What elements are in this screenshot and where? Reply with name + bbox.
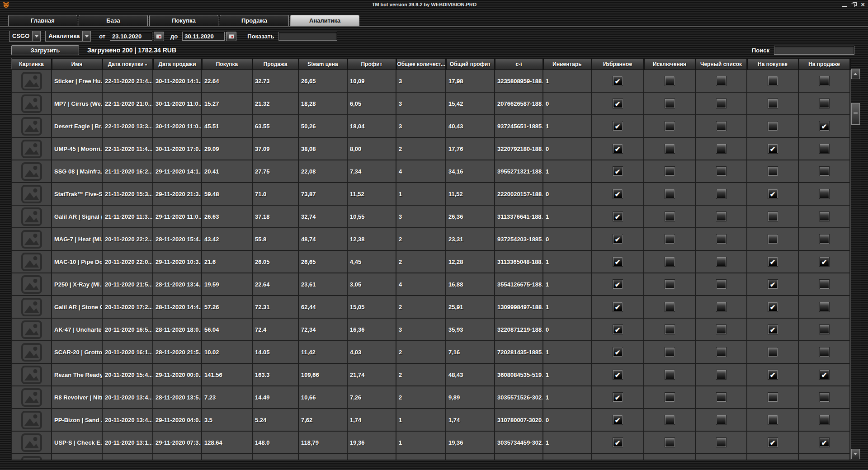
column-header-ci[interactable]: c-i <box>495 59 543 70</box>
table-row[interactable]: Sticker | Free Hu...22-11-2020 21:4...30… <box>12 70 850 92</box>
vertical-scrollbar[interactable] <box>851 68 860 460</box>
favorite-checkbox[interactable]: ✔ <box>613 348 623 357</box>
table-row[interactable]: MAG-7 | Heat (Mi...20-11-2020 22:2...28-… <box>12 228 850 250</box>
favorite-checkbox[interactable]: ✔ <box>613 189 623 198</box>
column-header-favorite[interactable]: Избранное <box>591 59 644 70</box>
blacklist-checkbox[interactable] <box>717 438 726 447</box>
tab-home[interactable]: Главная <box>8 15 77 26</box>
column-header-buying[interactable]: На покупке <box>747 59 798 70</box>
date-from-input[interactable] <box>110 32 152 41</box>
buying-checkbox[interactable]: ✔ <box>768 438 778 447</box>
table-row[interactable]: AK-47 | Uncharte...20-11-2020 16:5...28-… <box>12 318 850 341</box>
table-row[interactable]: SCAR-20 | Grotto ...20-11-2020 16:1...28… <box>12 341 850 363</box>
table-row[interactable]: R8 Revolver | Nitr...20-11-2020 13:4...2… <box>12 386 850 409</box>
column-header-blacklist[interactable]: Черный список <box>695 59 747 70</box>
column-header-sell[interactable]: Продажа <box>252 59 298 70</box>
column-header-qty[interactable]: Общее количест... <box>396 59 446 70</box>
column-header-selling[interactable]: На продаже <box>798 59 850 70</box>
selling-checkbox[interactable]: ✔ <box>820 370 829 379</box>
exclusions-checkbox[interactable] <box>665 167 675 176</box>
scrollbar-thumb[interactable] <box>851 103 860 125</box>
search-input[interactable] <box>774 46 854 55</box>
favorite-checkbox[interactable]: ✔ <box>613 415 623 424</box>
blacklist-checkbox[interactable] <box>717 280 726 289</box>
buying-checkbox[interactable] <box>768 212 778 221</box>
exclusions-checkbox[interactable] <box>665 99 675 108</box>
favorite-checkbox[interactable]: ✔ <box>613 212 623 221</box>
date-to-input[interactable] <box>182 32 225 41</box>
selling-checkbox[interactable] <box>820 212 829 221</box>
exclusions-checkbox[interactable] <box>665 212 675 221</box>
blacklist-checkbox[interactable] <box>717 99 726 108</box>
exclusions-checkbox[interactable] <box>665 438 675 447</box>
buying-checkbox[interactable]: ✔ <box>768 325 778 334</box>
tab-analytics[interactable]: Аналитика <box>290 15 359 26</box>
buying-checkbox[interactable] <box>768 235 778 244</box>
favorite-checkbox[interactable]: ✔ <box>613 235 623 244</box>
exclusions-checkbox[interactable] <box>665 122 675 131</box>
column-header-image[interactable]: Картинка <box>12 59 52 70</box>
selling-checkbox[interactable] <box>820 393 829 402</box>
blacklist-checkbox[interactable] <box>717 325 726 334</box>
blacklist-checkbox[interactable] <box>717 189 726 198</box>
chevron-down-icon[interactable] <box>82 31 90 41</box>
buying-checkbox[interactable] <box>768 99 778 108</box>
selling-checkbox[interactable] <box>820 167 829 176</box>
favorite-checkbox[interactable]: ✔ <box>613 99 623 108</box>
buying-checkbox[interactable] <box>768 122 778 131</box>
column-header-name[interactable]: Имя <box>52 59 102 70</box>
show-input[interactable] <box>278 32 337 41</box>
exclusions-checkbox[interactable] <box>665 393 675 402</box>
exclusions-checkbox[interactable] <box>665 325 675 334</box>
scroll-up-button[interactable] <box>851 69 860 79</box>
blacklist-checkbox[interactable] <box>717 76 726 85</box>
table-row[interactable] <box>12 454 850 460</box>
favorite-checkbox[interactable]: ✔ <box>613 325 623 334</box>
calendar-to-button[interactable] <box>226 32 236 41</box>
table-row[interactable]: USP-S | Check E...20-11-2020 13:1...29-1… <box>12 431 850 454</box>
chevron-down-icon[interactable] <box>32 31 40 41</box>
mode-select[interactable]: Аналитика <box>45 31 91 42</box>
selling-checkbox[interactable] <box>820 189 829 198</box>
selling-checkbox[interactable]: ✔ <box>820 438 829 447</box>
selling-checkbox[interactable]: ✔ <box>820 257 829 266</box>
buying-checkbox[interactable]: ✔ <box>768 189 778 198</box>
table-row[interactable]: Galil AR | Stone C...20-11-2020 17:2...2… <box>12 296 850 318</box>
exclusions-checkbox[interactable] <box>665 189 675 198</box>
selling-checkbox[interactable] <box>820 144 829 153</box>
table-row[interactable]: MAC-10 | Pipe Do...20-11-2020 22:0...29-… <box>12 250 850 273</box>
table-row[interactable]: UMP-45 | Moonri...22-11-2020 11:4...30-1… <box>12 137 850 160</box>
tab-sell[interactable]: Продажа <box>220 15 289 26</box>
selling-checkbox[interactable] <box>820 280 829 289</box>
close-button[interactable]: ✕ <box>859 2 866 8</box>
favorite-checkbox[interactable]: ✔ <box>613 370 623 379</box>
blacklist-checkbox[interactable] <box>717 393 726 402</box>
blacklist-checkbox[interactable] <box>717 122 726 131</box>
selling-checkbox[interactable] <box>820 76 829 85</box>
table-row[interactable]: P250 | X-Ray (Mi...20-11-2020 21:5...28-… <box>12 273 850 296</box>
blacklist-checkbox[interactable] <box>717 257 726 266</box>
exclusions-checkbox[interactable] <box>665 76 675 85</box>
table-row[interactable]: Rezan The Ready...20-11-2020 15:4...29-1… <box>12 363 850 386</box>
favorite-checkbox[interactable]: ✔ <box>613 167 623 176</box>
tab-buy[interactable]: Покупка <box>149 15 218 26</box>
column-header-inventory[interactable]: Инвентарь <box>543 59 591 70</box>
selling-checkbox[interactable] <box>820 302 829 311</box>
exclusions-checkbox[interactable] <box>665 370 675 379</box>
table-row[interactable]: MP7 | Cirrus (We...22-11-2020 21:0...30-… <box>12 92 850 115</box>
table-row[interactable]: PP-Bizon | Sand ...20-11-2020 13:4...29-… <box>12 409 850 431</box>
table-row[interactable]: Galil AR | Signal (...21-11-2020 11:3...… <box>12 205 850 228</box>
selling-checkbox[interactable]: ✔ <box>820 122 829 131</box>
exclusions-checkbox[interactable] <box>665 302 675 311</box>
blacklist-checkbox[interactable] <box>717 348 726 357</box>
favorite-checkbox[interactable]: ✔ <box>613 122 623 131</box>
table-row[interactable]: StatTrak™ Five-S...21-11-2020 15:3...29-… <box>12 183 850 205</box>
scroll-down-button[interactable] <box>851 449 860 459</box>
blacklist-checkbox[interactable] <box>717 212 726 221</box>
table-row[interactable]: Desert Eagle | Br...22-11-2020 13:3...30… <box>12 115 850 137</box>
favorite-checkbox[interactable]: ✔ <box>613 144 623 153</box>
selling-checkbox[interactable] <box>820 348 829 357</box>
exclusions-checkbox[interactable] <box>665 235 675 244</box>
blacklist-checkbox[interactable] <box>717 415 726 424</box>
column-header-steam[interactable]: Steam цена <box>298 59 347 70</box>
